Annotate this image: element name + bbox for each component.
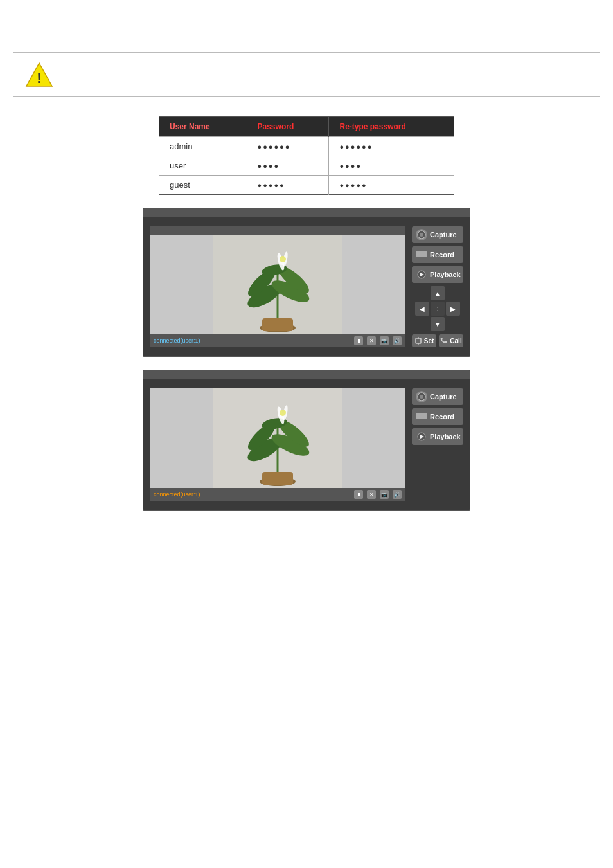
cam1-down-button[interactable]: ▼: [431, 317, 445, 331]
cam1-controls: Capture Record: [412, 226, 463, 347]
cam1-capture-button[interactable]: Capture: [412, 226, 463, 243]
top-dash: –: [302, 34, 311, 42]
password-table-wrap: User Name Password Re-type password admi…: [0, 116, 613, 195]
cam2-cam-btn[interactable]: 📷: [380, 490, 389, 499]
svg-point-15: [420, 233, 423, 237]
svg-rect-17: [416, 253, 427, 255]
svg-rect-39: [416, 415, 427, 417]
cam1-set-call-row: Set Call: [412, 334, 463, 347]
cam1-audio-btn[interactable]: 🔊: [393, 336, 402, 345]
cam1-title-bar: [143, 208, 470, 217]
pwd-retype-1: ●●●●: [329, 156, 454, 176]
col-header-username: User Name: [159, 117, 247, 137]
password-table: User Name Password Re-type password admi…: [159, 116, 454, 195]
cam1-video-img: [150, 235, 405, 334]
pwd-username-1: user: [159, 156, 247, 176]
call-icon: [440, 337, 448, 345]
pwd-redots-1: ●●●●: [339, 162, 362, 170]
pwd-dots-0: ●●●●●●: [258, 143, 291, 150]
cam1-body: connected(user:1) ⏸ ✕ 📷 🔊: [143, 217, 470, 356]
pwd-username-2: guest: [159, 176, 247, 195]
cam1-center-button[interactable]: :: [431, 302, 445, 316]
svg-point-13: [280, 256, 286, 262]
pwd-password-2: ●●●●●: [247, 176, 329, 195]
dir-empty-br: [446, 317, 460, 331]
svg-point-35: [280, 410, 286, 416]
cam1-up-button[interactable]: ▲: [431, 286, 445, 300]
record-icon: [416, 249, 427, 260]
pwd-redots-2: ●●●●●: [339, 181, 367, 189]
camera-panel-2: connected(user:1) ⏸ ✕ 📷 🔊 Capt: [143, 370, 470, 511]
dir-empty-tl: [415, 286, 429, 300]
cam2-playback-label: Playback: [430, 433, 461, 440]
cam2-record-button[interactable]: Record: [412, 408, 463, 425]
camera-panel-1-wrap: connected(user:1) ⏸ ✕ 📷 🔊: [0, 208, 613, 357]
cam1-capture-label: Capture: [430, 231, 457, 239]
warning-box: !: [13, 52, 600, 97]
cam2-capture-icon: [416, 391, 427, 402]
cam2-x-btn[interactable]: ✕: [367, 490, 376, 499]
cam1-call-button[interactable]: Call: [439, 334, 463, 347]
cam2-record-icon: [416, 411, 427, 422]
cam1-playback-button[interactable]: Playback: [412, 266, 463, 283]
cam1-dir-pad: ▲ ◀ : ▶ ▼: [412, 286, 463, 331]
cam2-video-img: [150, 388, 405, 488]
pwd-row-0: admin●●●●●●●●●●●●: [159, 137, 454, 156]
svg-rect-4: [262, 318, 293, 331]
cam1-cam-btn[interactable]: 📷: [380, 336, 389, 345]
cam2-status-text: connected(user:1): [154, 491, 350, 498]
cam2-controls: Capture Record: [412, 388, 463, 501]
cam2-title-bar: [143, 370, 470, 379]
playback-icon: [416, 269, 427, 280]
cam1-pause-btn[interactable]: ⏸: [354, 336, 363, 345]
cam1-status-text: connected(user:1): [154, 338, 350, 344]
warning-icon-wrap: !: [20, 60, 58, 89]
cam1-set-label: Set: [424, 338, 434, 345]
dir-empty-tr: [446, 286, 460, 300]
pwd-redots-0: ●●●●●●: [339, 143, 373, 150]
pwd-row-2: guest●●●●●●●●●●: [159, 176, 454, 195]
svg-point-37: [420, 395, 423, 399]
camera-capture-icon: [416, 229, 427, 240]
svg-rect-16: [416, 251, 427, 253]
cam1-set-button[interactable]: Set: [412, 334, 436, 347]
settings-icon: [414, 337, 422, 345]
cam1-call-label: Call: [450, 338, 461, 345]
cam2-pause-btn[interactable]: ⏸: [354, 490, 363, 499]
cam1-status-bar: connected(user:1) ⏸ ✕ 📷 🔊: [150, 334, 405, 347]
col-header-password: Password: [247, 117, 329, 137]
cam2-video-area: connected(user:1) ⏸ ✕ 📷 🔊: [150, 388, 405, 501]
cam2-audio-btn[interactable]: 🔊: [393, 490, 402, 499]
svg-rect-40: [416, 417, 427, 419]
cam1-left-button[interactable]: ◀: [415, 302, 429, 316]
cam2-record-label: Record: [430, 413, 454, 420]
cam1-record-label: Record: [430, 251, 454, 258]
cam1-record-button[interactable]: Record: [412, 246, 463, 263]
cam2-capture-button[interactable]: Capture: [412, 388, 463, 405]
pwd-retype-0: ●●●●●●: [329, 137, 454, 156]
svg-rect-38: [416, 413, 427, 415]
cam1-x-btn[interactable]: ✕: [367, 336, 376, 345]
cam1-video-area: connected(user:1) ⏸ ✕ 📷 🔊: [150, 226, 405, 347]
warning-icon: !: [25, 60, 53, 89]
cam2-playback-button[interactable]: Playback: [412, 428, 463, 445]
cam2-body: connected(user:1) ⏸ ✕ 📷 🔊 Capt: [143, 379, 470, 510]
warning-text: [58, 72, 593, 77]
pwd-username-0: admin: [159, 137, 247, 156]
pwd-row-1: user●●●●●●●●: [159, 156, 454, 176]
pwd-dots-2: ●●●●●: [258, 181, 285, 189]
pwd-password-1: ●●●●: [247, 156, 329, 176]
cam1-playback-label: Playback: [430, 271, 461, 278]
pwd-dots-1: ●●●●: [258, 162, 280, 170]
cam2-playback-icon: [416, 431, 427, 442]
top-separator: –: [13, 39, 600, 39]
svg-rect-21: [416, 338, 421, 343]
pwd-retype-2: ●●●●●: [329, 176, 454, 195]
cam1-right-button[interactable]: ▶: [446, 302, 460, 316]
cam2-capture-label: Capture: [430, 393, 457, 401]
pwd-password-0: ●●●●●●: [247, 137, 329, 156]
camera-panel-1: connected(user:1) ⏸ ✕ 📷 🔊: [143, 208, 470, 357]
dir-empty-bl: [415, 317, 429, 331]
svg-text:!: !: [37, 70, 41, 86]
camera-panel-2-wrap: connected(user:1) ⏸ ✕ 📷 🔊 Capt: [0, 370, 613, 511]
